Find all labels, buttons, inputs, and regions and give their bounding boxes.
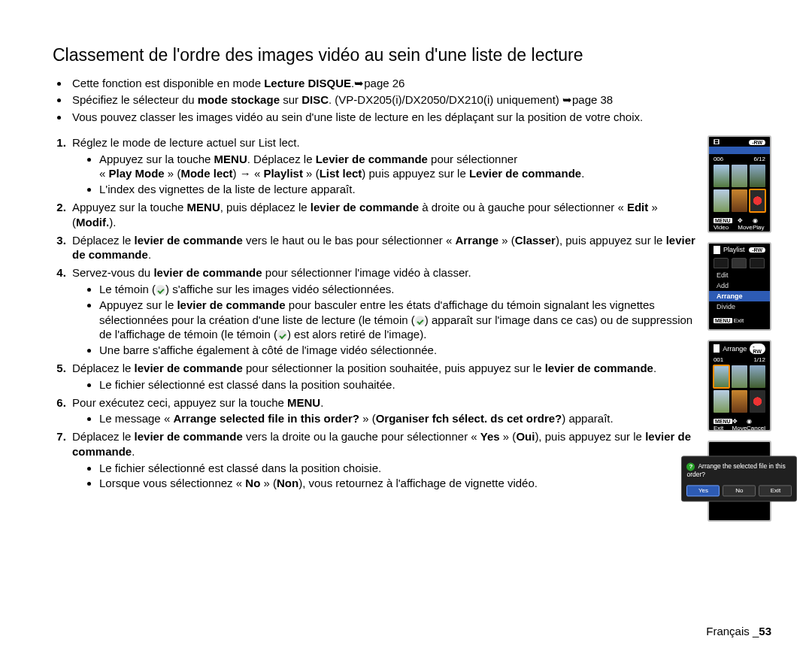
step-4a: Le témoin () s'affiche sur les images vi…	[99, 282, 695, 297]
disc-badge: -RW	[749, 140, 765, 145]
menu-icon: MENU	[714, 218, 732, 223]
menu-item-edit: Edit	[709, 270, 770, 280]
lcd-column: 🎞-RW 0066/12 MENU Video✥ Move◉ Play Play…	[707, 135, 771, 522]
thumbnail	[732, 390, 747, 413]
clip-number: 006	[714, 156, 723, 162]
thumbnail	[750, 390, 765, 413]
thumbnail	[714, 189, 729, 212]
question-icon: ?	[686, 462, 695, 471]
step-7a: Le fichier sélectionné est classé dans l…	[99, 461, 695, 476]
step-7: Déplacez le levier de commande vers la d…	[69, 429, 695, 491]
lcd-confirm-dialog: ?Arrange the selected file in this order…	[707, 441, 771, 522]
intro-item: Cette fonction est disponible en mode Le…	[69, 76, 771, 91]
step-5a: Le fichier sélectionné est classé dans l…	[99, 377, 695, 392]
thumbnail	[714, 165, 729, 187]
step-5: Déplacez le levier de commande pour séle…	[69, 361, 695, 392]
page-footer: Français _53	[706, 625, 771, 637]
dialog-no-button[interactable]: No	[723, 485, 756, 496]
step-6: Pour exécutez ceci, appuyez sur la touch…	[69, 395, 695, 427]
check-icon	[156, 285, 165, 295]
lcd-thumbnail-index: 🎞-RW 0066/12 MENU Video✥ Move◉ Play	[707, 135, 771, 233]
dialog-yes-button[interactable]: Yes	[686, 485, 720, 496]
clip-icon: 🎞	[714, 139, 720, 146]
lcd-arrange: Arrange-RW 0011/12 MENU Exit✥ Move◉ Canc…	[707, 340, 771, 431]
step-4c: Une barre s'affiche également à côté de …	[99, 343, 695, 358]
document-icon	[714, 246, 720, 254]
intro-item: Spécifiez le sélecteur du mode stockage …	[69, 92, 771, 107]
page-title: Classement de l'ordre des images vidéo a…	[53, 45, 771, 65]
step-1a: Appuyez sur la touche MENU. Déplacez le …	[99, 152, 695, 182]
step-1c: L'index des vignettes de la liste de lec…	[99, 182, 695, 197]
clip-number: 001	[714, 356, 723, 363]
menu-item-add: Add	[709, 280, 770, 291]
tab-icon	[732, 258, 747, 268]
disc-badge: -RW	[750, 344, 765, 354]
thumbnail	[714, 390, 729, 413]
menu-title: Playlist	[723, 246, 745, 253]
instructions-column: Réglez le mode de lecture actuel sur Lis…	[53, 135, 695, 495]
menu-icon: MENU	[714, 419, 732, 424]
intro-list: Cette fonction est disponible en mode Le…	[53, 76, 771, 125]
steps-list: Réglez le mode de lecture actuel sur Lis…	[53, 135, 695, 492]
thumbnail	[750, 365, 765, 388]
step-4: Servez-vous du levier de commande pour s…	[69, 265, 695, 358]
step-1: Réglez le mode de lecture actuel sur Lis…	[69, 135, 695, 197]
thumbnail	[750, 165, 765, 187]
document-icon	[714, 344, 720, 353]
clip-count: 6/12	[753, 156, 765, 162]
menu-icon: MENU	[714, 318, 732, 323]
step-7b: Lorsque vous sélectionnez « No » (Non), …	[99, 476, 695, 491]
disc-badge: -RW	[749, 247, 765, 253]
thumbnail	[732, 189, 747, 212]
dialog-exit-button[interactable]: Exit	[759, 485, 792, 496]
lcd-edit-menu: Playlist-RW Edit Add Arrange Divide MENU…	[707, 242, 771, 331]
check-icon	[415, 316, 425, 326]
screen-title: Arrange	[723, 345, 747, 353]
step-3: Déplacez le levier de commande vers le h…	[69, 233, 695, 263]
thumbnail-selected	[714, 365, 729, 388]
step-4b: Appuyez sur le levier de commande pour b…	[99, 298, 695, 342]
tab-icon	[750, 258, 765, 268]
clip-count: 1/12	[753, 356, 765, 363]
thumbnail	[732, 365, 747, 388]
tab-icon	[714, 258, 729, 268]
dialog-box: ?Arrange the selected file in this order…	[681, 456, 797, 501]
check-icon	[277, 330, 287, 340]
thumbnail	[732, 165, 747, 187]
menu-item-divide: Divide	[709, 301, 770, 312]
step-2: Appuyez sur la touche MENU, puis déplace…	[69, 200, 695, 230]
dialog-text: Arrange the selected file in this order?	[686, 462, 785, 478]
manual-page: Classement de l'ordre des images vidéo a…	[0, 0, 812, 651]
thumbnail-selected	[750, 189, 765, 212]
intro-item: Vous pouvez classer les images vidéo au …	[69, 110, 771, 125]
menu-item-arrange: Arrange	[709, 291, 770, 301]
step-6a: Le message « Arrange selected file in th…	[99, 411, 695, 426]
